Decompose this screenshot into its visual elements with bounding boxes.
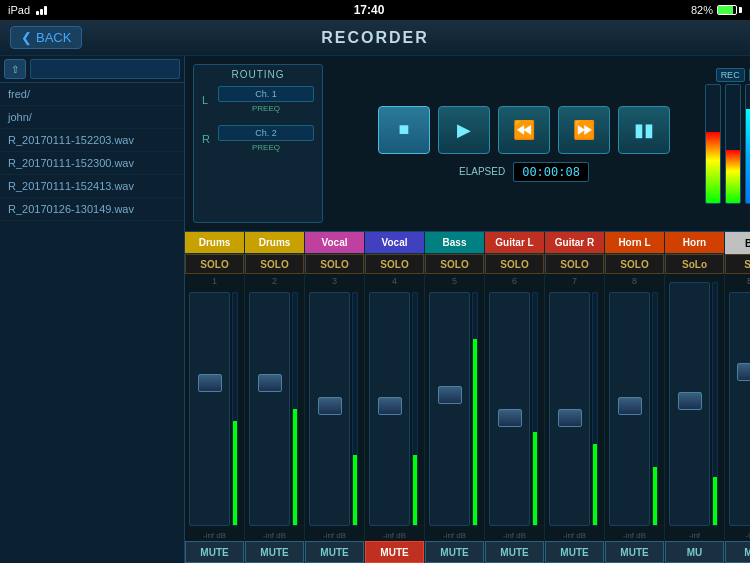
channel-db: -inf dB [185,530,244,541]
routing-ch2-sub: PREEQ [218,143,314,152]
fast-forward-button[interactable]: ⏩ [558,106,610,154]
vu-meter-play [745,84,750,204]
fb-item[interactable]: john/ [0,106,184,129]
channel-solo-button[interactable]: SOLO [245,254,304,274]
fader-thumb[interactable] [498,409,522,427]
fader-thumb[interactable] [198,374,222,392]
fader-thumb[interactable] [318,397,342,415]
channel-mute-button[interactable]: MUTE [305,541,364,563]
bus-fader-area [725,288,750,530]
pause-icon: ▮▮ [634,119,654,141]
channel-solo-button[interactable]: SOLO [305,254,364,274]
bus-channel-name: Bus 5 [725,232,750,254]
channel-strip: Horn SoLo -inf MU [665,232,725,563]
channel-strip: Horn L SOLO 8 -inf dB MUTE [605,232,665,563]
bus-mute-button[interactable]: MUTE [725,541,750,563]
play-button[interactable]: ▶ [438,106,490,154]
vu-strip [472,292,478,526]
routing-row-ch2: R Ch. 2 PREEQ [202,125,314,152]
fader-thumb[interactable] [258,374,282,392]
fb-item[interactable]: fred/ [0,83,184,106]
vu-strip [232,292,238,526]
channel-name: Vocal [365,232,424,254]
vu-strip [652,292,658,526]
channel-solo-button[interactable]: SOLO [485,254,544,274]
fader-thumb[interactable] [438,386,462,404]
channel-fader-area [185,288,244,530]
pause-button[interactable]: ▮▮ [618,106,670,154]
bus-fader-thumb[interactable] [737,363,751,381]
vu-meter-rec [705,84,721,204]
elapsed-label: ELAPSED [459,166,505,177]
fb-item[interactable]: R_20170126-130149.wav [0,198,184,221]
elapsed-row: ELAPSED 00:00:08 [459,162,589,182]
fader-thumb[interactable] [378,397,402,415]
channel-fader-area [485,288,544,530]
bus-db: -0.0 dB [725,530,750,541]
bus-channel-name-label: Bus 5 [745,238,750,249]
main-content: ⇧ fred/john/R_20170111-152203.wavR_20170… [0,56,750,563]
fb-up-button[interactable]: ⇧ [4,59,26,79]
routing-ch1-sub: PREEQ [218,104,314,113]
channel-db: -inf dB [245,530,304,541]
channel-number: 2 [245,274,304,288]
back-chevron-icon: ❮ [21,30,32,45]
fader-thumb[interactable] [678,392,702,410]
fader-track [609,292,650,526]
channel-strip: Drums SOLO 1 -inf dB MUTE [185,232,245,563]
device-label: iPad [8,4,30,16]
channel-number: 8 [605,274,664,288]
channel-strip: Vocal SOLO 3 -inf dB MUTE [305,232,365,563]
channel-solo-button[interactable]: SOLO [185,254,244,274]
fb-item[interactable]: R_20170111-152300.wav [0,152,184,175]
fb-item[interactable]: R_20170111-152203.wav [0,129,184,152]
channel-solo-button[interactable]: SOLO [605,254,664,274]
routing-title: ROUTING [202,69,314,80]
channel-solo-button[interactable]: SOLO [545,254,604,274]
channel-solo-button[interactable]: SOLO [365,254,424,274]
page-title: RECORDER [321,29,429,47]
vu-strip [412,292,418,526]
routing-ch2-button[interactable]: Ch. 2 [218,125,314,141]
channel-mute-button[interactable]: MU [665,541,724,563]
channel-mute-button[interactable]: MUTE [245,541,304,563]
channel-name: Horn [665,232,724,254]
channel-name: Drums [185,232,244,254]
channel-fader-area [605,288,664,530]
bus-number: Bus 5 [725,274,750,288]
bus-channel-solo[interactable]: SOLO [725,254,750,274]
mixer-section: Drums SOLO 1 -inf dB MUTE Drums SOLO 2 [185,231,750,563]
center-area: ROUTING L Ch. 1 PREEQ R Ch. 2 PREEQ [185,56,750,563]
routing-ch1-button[interactable]: Ch. 1 [218,86,314,102]
channel-db: -inf dB [425,530,484,541]
vu-strip [592,292,598,526]
fader-track [669,282,710,526]
fader-thumb[interactable] [558,409,582,427]
back-button[interactable]: ❮ BACK [10,26,82,49]
channel-mute-button[interactable]: MUTE [485,541,544,563]
rewind-button[interactable]: ⏪ [498,106,550,154]
channel-mute-button[interactable]: MUTE [365,541,424,563]
channel-mute-button[interactable]: MUTE [605,541,664,563]
channel-mute-button[interactable]: MUTE [185,541,244,563]
bus-channel: Bus 5 SOLO Bus 5 -0.0 dB MUTE [725,232,750,563]
channel-db: -inf [665,530,724,541]
file-browser: ⇧ fred/john/R_20170111-152203.wavR_20170… [0,56,185,563]
channel-solo-button[interactable]: SoLo [665,254,724,274]
channel-number: 5 [425,274,484,288]
status-right: 82% [691,4,742,16]
channel-solo-button[interactable]: SOLO [425,254,484,274]
channel-mute-button[interactable]: MUTE [425,541,484,563]
rec-label: REC [716,68,745,82]
channel-strip: Vocal SOLO 4 -inf dB MUTE [365,232,425,563]
battery-pct: 82% [691,4,713,16]
vu-area: REC PLAY [725,64,750,223]
fader-track [189,292,230,526]
channel-number: 1 [185,274,244,288]
fb-item[interactable]: R_20170111-152413.wav [0,175,184,198]
vu-strip [292,292,298,526]
channel-mute-button[interactable]: MUTE [545,541,604,563]
fader-thumb[interactable] [618,397,642,415]
record-button[interactable]: ■ [378,106,430,154]
routing-row-ch1: L Ch. 1 PREEQ [202,86,314,113]
